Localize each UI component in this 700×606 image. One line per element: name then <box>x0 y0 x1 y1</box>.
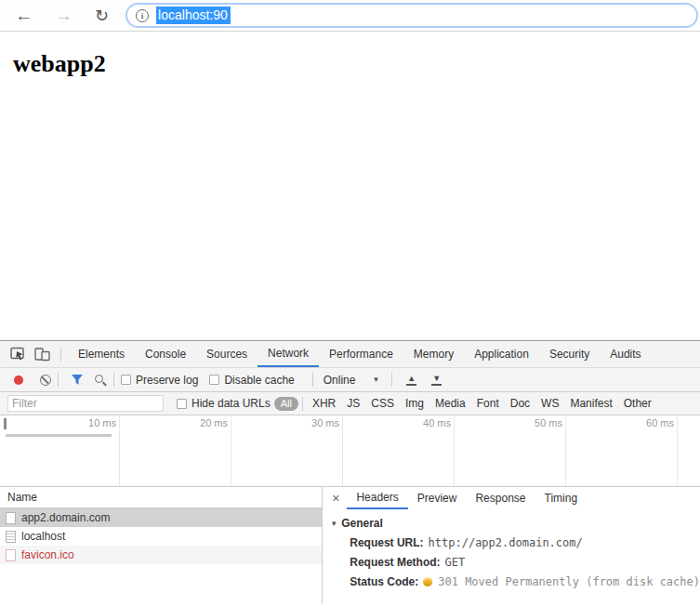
timeline-tick: 30 ms <box>342 415 343 486</box>
filter-type-css[interactable]: CSS <box>365 397 400 410</box>
request-url-row: Request URL: http://app2.domain.com/ <box>350 536 700 549</box>
inspect-element-icon[interactable] <box>6 342 30 366</box>
status-dot-icon <box>423 577 432 586</box>
page-title: webapp2 <box>0 32 700 78</box>
document-icon <box>6 512 16 524</box>
preserve-log-checkbox[interactable] <box>121 375 131 385</box>
disable-cache-checkbox[interactable] <box>209 375 219 385</box>
tab-memory[interactable]: Memory <box>403 341 464 367</box>
import-har-icon[interactable]: ▲ <box>406 375 416 386</box>
tab-elements[interactable]: Elements <box>68 341 135 367</box>
requests-pane: Name app2.domain.com localhost favicon.i… <box>0 487 323 603</box>
hide-data-urls-checkbox[interactable] <box>177 399 187 409</box>
tab-sources[interactable]: Sources <box>196 341 258 367</box>
request-row-localhost[interactable]: localhost <box>0 527 322 546</box>
status-code-row: Status Code: 301 Moved Permanently (from… <box>350 575 700 588</box>
network-filter-bar: Hide data URLs All XHR JS CSS Img Media … <box>0 392 700 415</box>
field-value: http://app2.domain.com/ <box>429 536 583 549</box>
field-label: Request Method: <box>350 556 440 569</box>
request-details-pane: × Headers Preview Response Timing ▼ Gene… <box>323 487 700 603</box>
field-label: Status Code: <box>350 575 418 588</box>
throttling-select[interactable]: Online <box>324 374 356 387</box>
tab-application[interactable]: Application <box>464 341 539 367</box>
timeline-tick: 20 ms <box>231 415 231 486</box>
tab-performance[interactable]: Performance <box>319 341 403 367</box>
tab-console[interactable]: Console <box>135 341 196 367</box>
network-split-view: Name app2.domain.com localhost favicon.i… <box>0 487 700 603</box>
close-icon[interactable]: × <box>332 492 339 505</box>
disable-cache-label: Disable cache <box>224 374 294 387</box>
export-har-icon[interactable]: ▼ <box>431 375 442 386</box>
record-icon[interactable] <box>14 375 23 385</box>
timeline-tick: 40 ms <box>454 415 455 486</box>
request-name: app2.domain.com <box>21 511 110 524</box>
divider <box>58 373 59 387</box>
overview-handle[interactable] <box>4 418 7 429</box>
filter-type-media[interactable]: Media <box>429 397 471 410</box>
divider <box>312 373 313 387</box>
general-section-header[interactable]: ▼ General <box>330 517 700 530</box>
divider <box>391 373 392 387</box>
page-content: webapp2 <box>0 32 700 340</box>
timeline-tick: 50 ms <box>565 415 566 486</box>
address-bar[interactable]: i localhost:90 <box>125 3 698 28</box>
tick-label: 60 ms <box>646 417 674 428</box>
filter-type-manifest[interactable]: Manifest <box>564 397 617 410</box>
filter-type-font[interactable]: Font <box>471 397 505 410</box>
request-name: localhost <box>21 530 65 543</box>
filter-type-js[interactable]: JS <box>341 397 365 410</box>
hide-data-urls-label: Hide data URLs <box>192 397 271 410</box>
preserve-log-label: Preserve log <box>136 374 198 387</box>
request-method-row: Request Method: GET <box>350 556 700 569</box>
filter-type-ws[interactable]: WS <box>535 397 564 410</box>
tab-response[interactable]: Response <box>466 487 535 509</box>
document-icon <box>6 549 16 561</box>
tab-preview[interactable]: Preview <box>408 487 467 509</box>
headers-content: ▼ General Request URL: http://app2.domai… <box>323 509 700 588</box>
filter-type-xhr[interactable]: XHR <box>307 397 341 410</box>
timeline-tick: 10 ms <box>119 415 120 486</box>
tab-timing[interactable]: Timing <box>535 487 588 509</box>
device-toolbar-icon[interactable] <box>30 342 54 366</box>
filter-funnel-icon[interactable] <box>71 374 84 386</box>
tick-label: 10 ms <box>88 417 116 428</box>
tick-label: 20 ms <box>200 417 228 428</box>
filter-type-other[interactable]: Other <box>618 397 657 410</box>
tab-security[interactable]: Security <box>539 341 600 367</box>
timeline-tick: 60 ms <box>677 415 678 486</box>
network-overview[interactable]: 10 ms 20 ms 30 ms 40 ms 50 ms 60 ms <box>0 415 700 487</box>
info-icon[interactable]: i <box>136 9 149 22</box>
back-icon[interactable]: ← <box>15 7 33 24</box>
filter-type-all[interactable]: All <box>274 397 298 411</box>
request-row-favicon[interactable]: favicon.ico <box>0 546 322 564</box>
filter-type-img[interactable]: Img <box>400 397 429 410</box>
filter-input[interactable] <box>7 395 164 412</box>
reload-icon[interactable]: ↻ <box>95 7 109 24</box>
divider <box>60 348 61 362</box>
clear-icon[interactable] <box>40 375 51 386</box>
section-title: General <box>341 517 383 530</box>
network-toolbar: Preserve log Disable cache Online ▼ ▲ ▼ <box>0 368 700 392</box>
forward-icon[interactable]: → <box>55 7 73 24</box>
tab-audits[interactable]: Audits <box>600 341 651 367</box>
url-input[interactable]: localhost:90 <box>156 7 231 24</box>
details-tabbar: × Headers Preview Response Timing <box>323 487 700 509</box>
request-row-app2[interactable]: app2.domain.com <box>0 508 322 527</box>
browser-toolbar: ← → ↻ i localhost:90 <box>0 0 700 32</box>
search-icon[interactable] <box>95 375 103 383</box>
field-value: 301 Moved Permanently (from disk cache) <box>438 575 700 588</box>
devtools-panel: Elements Console Sources Network Perform… <box>0 340 700 603</box>
chevron-down-icon[interactable]: ▼ <box>372 375 379 384</box>
tick-label: 40 ms <box>423 417 451 428</box>
disclosure-triangle-icon[interactable]: ▼ <box>330 520 337 528</box>
tick-label: 50 ms <box>535 417 562 428</box>
tab-network[interactable]: Network <box>258 341 319 367</box>
filter-type-doc[interactable]: Doc <box>505 397 535 410</box>
divider <box>302 397 303 411</box>
document-icon <box>6 531 16 543</box>
request-name: favicon.ico <box>21 548 74 561</box>
tick-label: 30 ms <box>311 417 339 428</box>
name-column-header[interactable]: Name <box>0 487 322 508</box>
tab-headers[interactable]: Headers <box>347 487 407 509</box>
devtools-tabbar: Elements Console Sources Network Perform… <box>0 341 700 368</box>
